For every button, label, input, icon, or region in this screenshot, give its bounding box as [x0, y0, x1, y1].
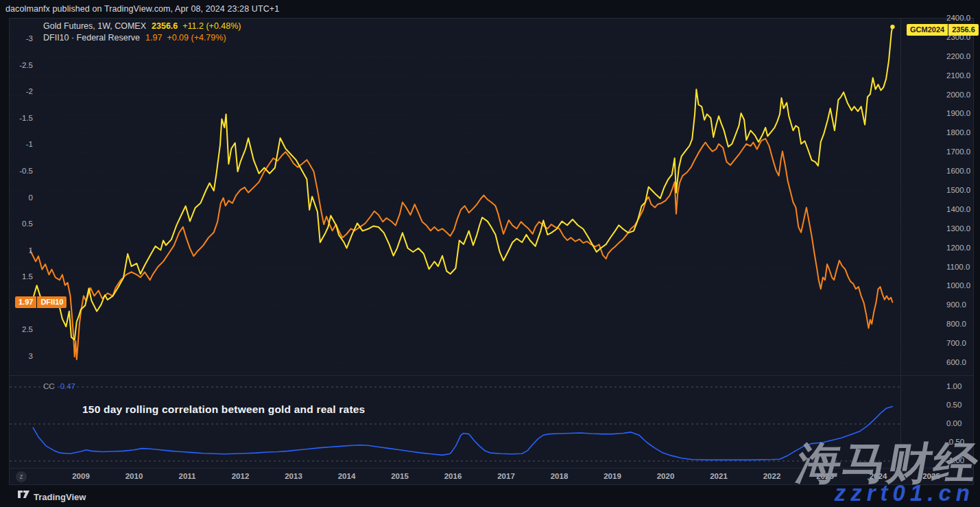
axis-tick-label: -2	[0, 87, 33, 95]
dfii-change: +0.09 (+4.79%)	[167, 33, 226, 43]
dfii-last-price: 1.97	[145, 33, 162, 43]
axis-tick-label: 2000.0	[946, 91, 970, 99]
time-axis-year-label: 2018	[551, 472, 569, 480]
gold-price-badge: GCM2024 2356.6	[907, 24, 979, 36]
dfii-price-badge: 1.97 DFII10	[15, 296, 67, 308]
chart-canvas[interactable]	[0, 0, 980, 507]
axis-tick-label: 1100.0	[946, 263, 970, 271]
axis-tick-label: 1500.0	[946, 186, 970, 194]
axis-tick-label: 1600.0	[946, 167, 970, 175]
dfii-badge-value: 1.97	[15, 296, 36, 308]
time-axis-year-label: 2010	[126, 472, 143, 480]
dfii-symbol-label: DFII10 · Federal Reserve	[43, 33, 140, 43]
time-axis-year-label: 2020	[657, 472, 675, 480]
axis-tick-label: 1	[0, 246, 33, 255]
time-axis-year-label: 2019	[603, 472, 621, 480]
gold-last-price: 2356.6	[152, 21, 178, 31]
axis-tick-label: 800.0	[946, 320, 966, 328]
tradingview-brand-label: TradingView	[34, 492, 86, 502]
time-axis-year-label: 2012	[232, 472, 250, 480]
main-legend: Gold Futures, 1W, COMEX2356.6+11.2 (+0.4…	[43, 21, 241, 44]
correlation-legend: CC0.47	[43, 382, 75, 390]
axis-tick-label: -1.5	[0, 114, 33, 122]
axis-tick-label: 2200.0	[946, 52, 970, 60]
dfii-badge-ticker: DFII10	[36, 296, 67, 308]
axis-tick-label: 700.0	[946, 339, 966, 347]
pane-divider[interactable]	[9, 375, 974, 376]
axis-tick-label: 900.0	[946, 300, 966, 309]
tradingview-brand-link[interactable]: TradingView	[18, 491, 86, 503]
axis-tick-label: -3	[0, 34, 33, 43]
axis-tick-label: 1200.0	[946, 244, 970, 252]
axis-tick-label: 1400.0	[946, 205, 970, 213]
axis-tick-label: 0.50	[946, 401, 961, 409]
time-axis-year-label: 2015	[391, 472, 409, 480]
axis-tick-label: 600.0	[946, 358, 966, 366]
time-axis-year-label: 2021	[710, 472, 728, 480]
axis-tick-label: 1800.0	[946, 128, 970, 137]
cc-indicator-label: CC	[43, 382, 55, 390]
axis-tick-label: 0.00	[946, 419, 961, 427]
time-axis-year-label: 2022	[763, 472, 781, 480]
gold-last-point-marker	[890, 25, 894, 29]
cc-value: 0.47	[60, 382, 75, 390]
axis-tick-label: -0.5	[0, 167, 33, 175]
axis-tick-label: 0	[0, 193, 33, 202]
time-axis-year-label: 2013	[285, 472, 302, 480]
axis-tick-label: -1	[0, 140, 33, 148]
gold-line	[32, 27, 893, 340]
axis-tick-label: 2.5	[0, 325, 33, 333]
legend-row-dfii: DFII10 · Federal Reserve1.97+0.09 (+4.79…	[43, 32, 241, 44]
axis-tick-label: 0.5	[0, 220, 33, 228]
axis-tick-label: 3	[0, 352, 33, 360]
axis-tick-label: 2400.0	[946, 14, 970, 22]
gold-badge-value: 2356.6	[948, 24, 979, 36]
axis-tick-label: 1000.0	[946, 281, 970, 290]
tradingview-logo-icon	[18, 491, 29, 503]
time-axis-year-label: 2017	[497, 472, 515, 480]
time-axis-year-label: 2009	[72, 472, 90, 480]
time-axis-year-label: 2016	[444, 472, 462, 480]
axis-tick-label: 1900.0	[946, 109, 970, 117]
axis-tick-label: 2100.0	[946, 71, 970, 80]
gold-badge-ticker: GCM2024	[907, 24, 948, 36]
axis-tick-label: 1300.0	[946, 224, 970, 233]
axis-tick-label: 1700.0	[946, 148, 970, 156]
legend-row-gold: Gold Futures, 1W, COMEX2356.6+11.2 (+0.4…	[43, 21, 241, 32]
tradingview-snapshot: dacolmanfx published on TradingView.com,…	[0, 0, 980, 507]
time-axis-year-label: 2014	[338, 472, 356, 480]
watermark-site-text: zzrt01.cn	[835, 480, 975, 506]
axis-tick-label: 1.5	[0, 272, 33, 281]
axis-tick-label: -2.5	[0, 61, 33, 69]
price-scale-divider	[900, 18, 901, 468]
correlation-annotation: 150 day rolling correlation between gold…	[82, 403, 365, 416]
timezone-button[interactable]: z	[16, 471, 27, 482]
gold-symbol-label: Gold Futures, 1W, COMEX	[43, 21, 146, 31]
axis-tick-label: 1.00	[946, 382, 961, 390]
gold-change: +11.2 (+0.48%)	[182, 21, 241, 31]
time-axis-year-label: 2011	[179, 472, 196, 480]
